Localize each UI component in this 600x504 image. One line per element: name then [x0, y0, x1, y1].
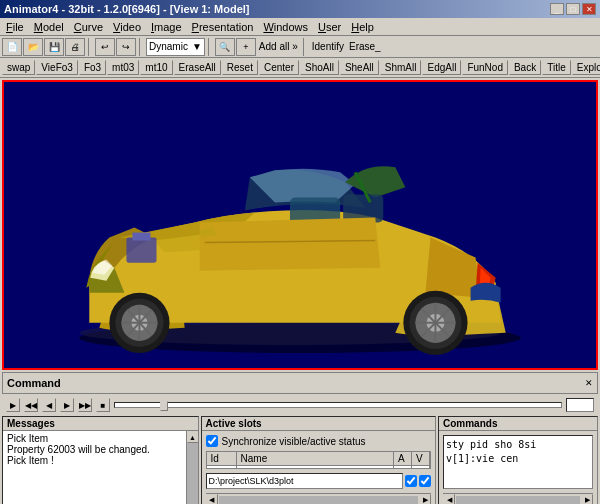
- title-text: Animator4 - 32bit - 1.2.0[6946] - [View …: [4, 3, 250, 15]
- sep4: [303, 38, 307, 56]
- prev-button[interactable]: ◀: [42, 398, 56, 412]
- svg-rect-6: [132, 233, 150, 241]
- btn-back[interactable]: Back: [509, 60, 541, 75]
- dynamic-dropdown[interactable]: Dynamic ▼: [146, 38, 205, 56]
- tb-save[interactable]: 💾: [44, 38, 64, 56]
- erase-label[interactable]: Erase_: [347, 41, 383, 52]
- tb-add[interactable]: +: [236, 38, 256, 56]
- th-v: V: [412, 452, 430, 465]
- viewport[interactable]: [2, 80, 598, 370]
- horizontal-scrollbar: ◀ ▶: [206, 493, 431, 504]
- th-id: Id: [207, 452, 237, 465]
- th-a: A: [394, 452, 412, 465]
- tb-zoom[interactable]: 🔍: [215, 38, 235, 56]
- tb-undo[interactable]: ↩: [95, 38, 115, 56]
- tb-new[interactable]: 📄: [2, 38, 22, 56]
- table-header-row: Id Name A V: [206, 451, 431, 466]
- btn-reset[interactable]: Reset: [222, 60, 258, 75]
- sep2: [139, 38, 143, 56]
- minimize-button[interactable]: _: [550, 3, 564, 15]
- commands-panel: Commands sty pid sho 8si v[1]:vie cen ◀ …: [438, 416, 598, 504]
- menu-help[interactable]: Help: [347, 20, 378, 34]
- messages-header: Messages: [3, 417, 198, 431]
- active-slots-header: Active slots: [202, 417, 435, 431]
- add-all-label[interactable]: Add all »: [257, 41, 300, 52]
- commands-inner: sty pid sho 8si v[1]:vie cen ◀ ▶ Cgmmand…: [443, 435, 593, 504]
- btn-viefo3[interactable]: VieFo3: [36, 60, 78, 75]
- play-button[interactable]: ▶: [6, 398, 20, 412]
- btn-shoall[interactable]: ShoAll: [300, 60, 339, 75]
- scroll-left-button[interactable]: ◀: [206, 494, 218, 505]
- dynamic-label: Dynamic: [149, 41, 188, 52]
- menu-bar: File Model Curve Video Image Presentatio…: [0, 18, 600, 36]
- commands-header: Commands: [439, 417, 597, 431]
- toolbar-main: 📄 📂 💾 🖨 ↩ ↪ Dynamic ▼ 🔍 + Add all » Iden…: [0, 36, 600, 58]
- toolbar-secondary: swap VieFo3 Fo3 mt03 mt10 EraseAll Reset…: [0, 58, 600, 78]
- menu-model[interactable]: Model: [30, 20, 68, 34]
- btn-edgall[interactable]: EdgAll: [422, 60, 461, 75]
- sep1: [88, 38, 92, 56]
- btn-mt03[interactable]: mt03: [107, 60, 139, 75]
- next-button[interactable]: ▶: [60, 398, 74, 412]
- identify-label[interactable]: Identify: [310, 41, 346, 52]
- menu-windows[interactable]: Windows: [259, 20, 312, 34]
- active-table: Id Name A V: [206, 451, 431, 469]
- tb-print[interactable]: 🖨: [65, 38, 85, 56]
- scroll-right-button[interactable]: ▶: [419, 494, 431, 505]
- sync-checkbox[interactable]: [206, 435, 218, 447]
- btn-funnod[interactable]: FunNod: [462, 60, 508, 75]
- bottom-panels: Messages Pick Item Property 62003 will b…: [2, 416, 598, 504]
- tb-redo[interactable]: ↪: [116, 38, 136, 56]
- sync-row: Synchronize visible/active status: [206, 435, 431, 447]
- slider-thumb[interactable]: [160, 401, 168, 411]
- th-name: Name: [237, 452, 394, 465]
- active-slots-inner: Synchronize visible/active status Id Nam…: [206, 435, 431, 504]
- path-input[interactable]: [206, 473, 403, 489]
- menu-file[interactable]: File: [2, 20, 28, 34]
- btn-explode[interactable]: Explode: [572, 60, 600, 75]
- stop-button[interactable]: ■: [96, 398, 110, 412]
- commands-listbox: sty pid sho 8si v[1]:vie cen: [443, 435, 593, 489]
- path-row: [206, 473, 431, 489]
- cmd-scroll-track: [456, 496, 580, 504]
- btn-center[interactable]: Center: [259, 60, 299, 75]
- message-line-3: Pick Item !: [7, 455, 182, 466]
- menu-video[interactable]: Video: [109, 20, 145, 34]
- messages-panel: Messages Pick Item Property 62003 will b…: [2, 416, 199, 504]
- tb-open[interactable]: 📂: [23, 38, 43, 56]
- maximize-button[interactable]: □: [566, 3, 580, 15]
- menu-image[interactable]: Image: [147, 20, 186, 34]
- active-slots-panel: Active slots Synchronize visible/active …: [201, 416, 436, 504]
- btn-shmall[interactable]: ShmAll: [380, 60, 422, 75]
- frame-input[interactable]: [566, 398, 594, 412]
- path-check-a[interactable]: [405, 475, 417, 487]
- menu-curve[interactable]: Curve: [70, 20, 107, 34]
- btn-eraseall[interactable]: EraseAll: [174, 60, 221, 75]
- scroll-track: [187, 443, 198, 504]
- path-check-v[interactable]: [419, 475, 431, 487]
- close-button[interactable]: ✕: [582, 3, 596, 15]
- next-end-button[interactable]: ▶▶: [78, 398, 92, 412]
- dropdown-arrow: ▼: [192, 41, 202, 52]
- btn-title[interactable]: Title: [542, 60, 571, 75]
- menu-user[interactable]: User: [314, 20, 345, 34]
- sep3: [208, 38, 212, 56]
- menu-presentation[interactable]: Presentation: [188, 20, 258, 34]
- td-id: [207, 466, 237, 468]
- scroll-up-button[interactable]: ▲: [187, 431, 198, 443]
- prev-start-button[interactable]: ◀◀: [24, 398, 38, 412]
- btn-sheall[interactable]: SheAll: [340, 60, 379, 75]
- close-icon[interactable]: ✕: [585, 378, 593, 388]
- scroll-h-track: [219, 496, 418, 504]
- messages-content: Pick Item Property 62003 will be changed…: [3, 431, 186, 504]
- cmd-scroll-right[interactable]: ▶: [581, 494, 593, 505]
- timeline-slider[interactable]: [114, 402, 562, 408]
- btn-mt10[interactable]: mt10: [140, 60, 172, 75]
- cmd-scroll-left[interactable]: ◀: [443, 494, 455, 505]
- btn-swap[interactable]: swap: [2, 60, 35, 75]
- command-label: Command: [7, 377, 61, 389]
- btn-fo3[interactable]: Fo3: [79, 60, 106, 75]
- cmd-line-2: v[1]:vie cen: [446, 452, 590, 466]
- title-bar: Animator4 - 32bit - 1.2.0[6946] - [View …: [0, 0, 600, 18]
- td-a: [394, 466, 412, 468]
